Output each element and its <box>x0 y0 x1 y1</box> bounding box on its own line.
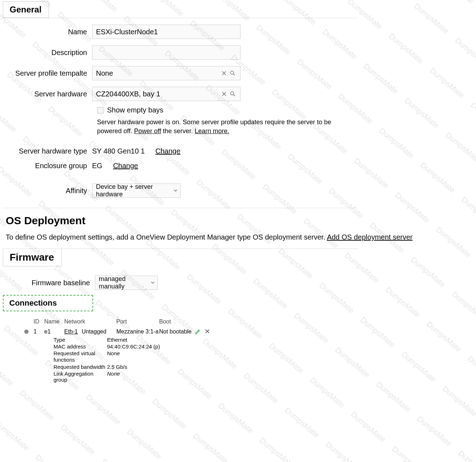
firmware-baseline-value: managed manually <box>99 275 147 290</box>
cell-port: Mezzanine 3:1-a <box>116 328 159 335</box>
show-empty-bays-label: Show empty bays <box>107 106 163 114</box>
connections-table: ID Name Network Port Boot 1 e1 Eth-1 Unt… <box>19 318 305 383</box>
name-value: ESXi-ClusterNode1 <box>96 28 158 36</box>
learn-more-link[interactable]: Learn more. <box>195 127 229 135</box>
power-off-link[interactable]: Power off <box>134 127 161 135</box>
detail-rvf-label-a: Requested virtual <box>54 350 95 356</box>
os-deployment-heading: OS Deployment <box>6 215 473 227</box>
connection-details: Type Ethernet MAC address 94:40:C9:6C:24… <box>54 336 305 383</box>
col-network: Network <box>64 318 116 325</box>
hw-type-label: Server hardware type <box>3 147 92 155</box>
clear-icon[interactable] <box>220 90 228 98</box>
spt-input[interactable]: None <box>92 66 240 80</box>
network-link[interactable]: Eth-1 <box>64 328 78 335</box>
hw-label: Server hardware <box>3 90 92 98</box>
detail-lag-value: None <box>107 371 120 377</box>
detail-rvf-value: None <box>107 350 120 363</box>
svg-line-3 <box>233 95 235 96</box>
power-note: Server hardware power is on. Some server… <box>97 118 358 136</box>
clear-icon[interactable] <box>220 69 228 77</box>
detail-lag-label: Link Aggregation group <box>54 371 107 383</box>
eg-value: EG <box>92 162 113 170</box>
search-icon[interactable] <box>229 90 237 98</box>
delete-icon[interactable] <box>205 329 210 335</box>
col-boot: Boot <box>159 318 195 325</box>
cell-name: e1 <box>44 328 64 335</box>
affinity-value: Device bay + server hardware <box>96 183 170 198</box>
connections-heading: Connections <box>3 295 93 311</box>
chevron-down-icon <box>173 187 178 195</box>
network-tag: Untagged <box>82 328 106 335</box>
description-input[interactable] <box>92 45 240 60</box>
detail-type-label: Type <box>54 337 107 343</box>
description-label: Description <box>3 49 92 57</box>
svg-point-0 <box>231 71 234 74</box>
add-os-deployment-server-link[interactable]: Add OS deployment server <box>327 233 412 241</box>
detail-mac-value: 94:40:C9:6C:24:24 <box>107 343 152 350</box>
name-label: Name <box>3 28 92 36</box>
detail-rvf-label-b: functions <box>54 357 75 363</box>
firmware-heading: Firmware <box>3 249 62 266</box>
table-row: 1 e1 Eth-1 Untagged Mezzanine 3:1-a Not … <box>19 327 305 336</box>
edit-icon[interactable] <box>195 329 201 335</box>
table-header-row: ID Name Network Port Boot <box>19 318 305 327</box>
eg-label: Enclosure group <box>3 162 92 170</box>
col-name: Name <box>44 318 64 325</box>
col-port: Port <box>116 318 159 325</box>
os-deployment-text: To define OS deployment settings, add a … <box>6 233 327 241</box>
affinity-select[interactable]: Device bay + server hardware <box>92 184 181 198</box>
general-heading: General <box>3 1 49 18</box>
status-icon <box>24 330 29 334</box>
show-empty-bays-checkbox[interactable] <box>97 107 103 114</box>
hw-type-value: SY 480 Gen10 1 <box>92 147 156 155</box>
hw-input[interactable]: CZ204400XB, bay 1 <box>92 87 240 101</box>
hw-type-change-link[interactable]: Change <box>156 147 181 155</box>
detail-bw-label: Requested bandwidth <box>54 364 107 370</box>
firmware-baseline-select[interactable]: managed manually <box>95 276 158 290</box>
cell-id: 1 <box>34 328 44 335</box>
col-id: ID <box>34 318 44 325</box>
cell-boot: Not bootable <box>159 328 195 335</box>
svg-point-2 <box>231 92 234 95</box>
search-icon[interactable] <box>229 69 237 77</box>
detail-mac-label: MAC address <box>54 343 107 350</box>
power-note-text-b: the server. <box>163 127 194 135</box>
firmware-baseline-label: Firmware baseline <box>3 279 95 287</box>
spt-label: Server profile tempalte <box>3 69 92 77</box>
detail-bw-value: 2.5 Gb/s <box>107 364 127 370</box>
name-input[interactable]: ESXi-ClusterNode1 <box>92 25 240 39</box>
eg-change-link[interactable]: Change <box>113 162 138 170</box>
affinity-label: Affinity <box>3 187 92 195</box>
detail-mac-suffix: (p) <box>153 343 160 350</box>
hw-value: CZ204400XB, bay 1 <box>96 90 219 98</box>
spt-value: None <box>96 69 219 77</box>
detail-type-value: Ethernet <box>107 337 127 343</box>
chevron-down-icon <box>150 279 155 287</box>
svg-line-1 <box>233 74 235 75</box>
